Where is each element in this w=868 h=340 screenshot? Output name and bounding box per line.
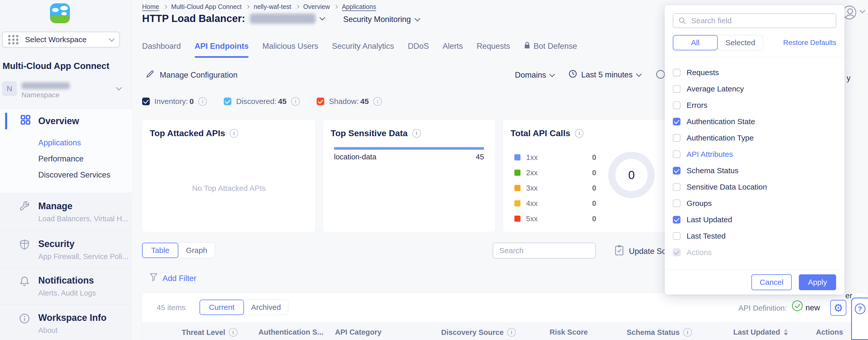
user-menu-chevron-icon[interactable] (860, 8, 865, 13)
info-icon[interactable]: i (229, 328, 238, 337)
info-icon[interactable]: i (229, 129, 238, 138)
current-tab[interactable]: Current (199, 300, 244, 315)
checkbox-checked-icon[interactable] (673, 118, 680, 125)
panel-field-label: Authentication Type (687, 134, 754, 142)
sidebar-item-performance[interactable]: Performance (38, 154, 84, 164)
panel-field-errors[interactable]: Errors (673, 97, 836, 113)
info-icon[interactable]: i (373, 97, 382, 106)
breadcrumb-item-overview[interactable]: Overview (303, 3, 330, 10)
checkbox-unchecked-icon[interactable] (673, 199, 680, 207)
column-header-actions[interactable]: Actions (816, 328, 843, 336)
tab-bot-defense[interactable]: Bot Defense (524, 41, 577, 58)
checkbox-checked-icon[interactable] (673, 167, 680, 174)
search-input[interactable] (493, 243, 596, 258)
info-icon[interactable]: i (575, 129, 584, 138)
breadcrumb-item-multi-cloud-app-connect[interactable]: Multi-Cloud App Connect (171, 3, 242, 10)
column-header-discovery-source[interactable]: Discovery Sourcei (441, 328, 516, 337)
refresh-icon[interactable] (656, 70, 665, 79)
view-mode-select[interactable]: Security Monitoring (343, 15, 420, 24)
checkbox-unchecked-icon[interactable] (673, 69, 680, 76)
sidebar-item-manage[interactable]: ManageLoad Balancers, Virtual H... (0, 193, 132, 231)
sidebar-item-subtitle: Load Balancers, Virtual H... (38, 215, 128, 223)
sidebar-item-security[interactable]: SecurityApp Firewall, Service Poli... (0, 231, 132, 267)
column-header-risk-score[interactable]: Risk Score (550, 328, 588, 336)
app-root: Select Workspace Multi-Cloud App Connect… (0, 0, 868, 340)
info-icon[interactable]: i (198, 97, 207, 106)
panel-field-average-latency[interactable]: Average Latency (673, 81, 836, 97)
column-header-schema-status[interactable]: Schema Statusi (627, 328, 692, 337)
selected-tab[interactable]: Selected (718, 35, 763, 50)
panel-field-groups[interactable]: Groups (673, 195, 836, 211)
sort-icon[interactable] (784, 329, 788, 335)
panel-field-requests[interactable]: Requests (673, 64, 836, 81)
info-icon[interactable]: i (683, 328, 692, 337)
namespace-label: Namespace (22, 91, 59, 99)
tab-malicious-users[interactable]: Malicious Users (262, 41, 318, 58)
info-icon[interactable]: i (412, 129, 421, 138)
select-workspace-button[interactable]: Select Workspace (2, 32, 120, 48)
title-chevron-icon[interactable] (319, 15, 325, 21)
user-avatar[interactable] (842, 6, 856, 20)
breadcrumb-item-home[interactable]: Home (142, 3, 159, 10)
cancel-button[interactable]: Cancel (751, 274, 792, 290)
all-tab[interactable]: All (673, 35, 718, 50)
add-filter-button[interactable]: Add Filter (149, 273, 196, 284)
panel-field-last-tested[interactable]: Last Tested (673, 228, 836, 244)
checkbox-unchecked-icon[interactable] (673, 134, 680, 142)
checkbox-unchecked-icon[interactable] (673, 85, 680, 93)
series-toggle-shadow[interactable]: Shadow:45i (317, 97, 382, 106)
column-header-threat-level[interactable]: Threat Leveli (182, 328, 238, 337)
checkbox-unchecked-icon[interactable] (673, 183, 680, 191)
manage-configuration-button[interactable]: Manage Configuration (146, 69, 238, 81)
tab-security-analytics[interactable]: Security Analytics (332, 41, 394, 58)
apply-button[interactable]: Apply (799, 274, 836, 290)
panel-field-authentication-type[interactable]: Authentication Type (673, 130, 836, 146)
panel-field-schema-status[interactable]: Schema Status (673, 163, 836, 179)
sidebar-item-discovered-services[interactable]: Discovered Services (38, 170, 111, 179)
help-tab[interactable]: ? Help (851, 298, 868, 340)
checkbox-checked-icon[interactable] (224, 97, 231, 105)
restore-defaults-link[interactable]: Restore Defaults (783, 38, 836, 47)
time-range-dropdown[interactable]: Last 5 minutes (568, 69, 641, 80)
archived-tab[interactable]: Archived (244, 300, 288, 315)
info-icon[interactable]: i (291, 97, 300, 106)
panel-field-actions[interactable]: Actions (673, 244, 836, 260)
tab-ddos[interactable]: DDoS (408, 41, 429, 58)
product-title: Multi-Cloud App Connect (3, 61, 130, 71)
sidebar-item-workspace-info[interactable]: Workspace InfoAbout (0, 305, 132, 340)
breadcrumb-item-nelly-waf-test[interactable]: nelly-waf-test (254, 3, 291, 10)
panel-field-api-attributes[interactable]: API Attributes (673, 146, 836, 163)
checkbox-checked-icon[interactable] (142, 97, 150, 105)
sidebar-item-overview[interactable]: Overview (38, 116, 79, 126)
breadcrumb-item-applications[interactable]: Applications (342, 3, 376, 10)
checkbox-unchecked-icon[interactable] (673, 102, 680, 109)
gear-icon[interactable]: ⚙ (830, 300, 846, 316)
tab-requests[interactable]: Requests (476, 41, 510, 58)
column-header-api-category[interactable]: API Category (335, 328, 381, 336)
sidebar-item-applications[interactable]: Applications (38, 138, 81, 147)
update-schema-button[interactable]: Update Sc (615, 245, 666, 258)
checkbox-checked-icon[interactable] (317, 97, 324, 105)
column-header-authentication-s[interactable]: Authentication S... (258, 328, 323, 336)
series-toggle-discovered[interactable]: Discovered:45i (224, 97, 300, 106)
sidebar-item-notifications[interactable]: NotificationsAlerts, Audit Logs (0, 267, 132, 305)
tab-api-endpoints[interactable]: API Endpoints (195, 41, 249, 58)
lock-icon (524, 41, 530, 51)
domains-dropdown[interactable]: Domains (515, 70, 554, 80)
checkbox-checked-icon[interactable] (673, 216, 680, 224)
info-icon[interactable]: i (507, 328, 516, 337)
field-search-input[interactable] (673, 13, 836, 28)
panel-field-sensitive-data-location[interactable]: Sensitive Data Location (673, 179, 836, 195)
tab-alerts[interactable]: Alerts (443, 41, 463, 58)
series-toggle-inventory[interactable]: Inventory:0i (142, 97, 207, 106)
panel-field-authentication-state[interactable]: Authentication State (673, 113, 836, 130)
graph-view-button[interactable]: Graph (178, 243, 215, 258)
tab-dashboard[interactable]: Dashboard (142, 41, 181, 58)
checkbox-unchecked-icon[interactable] (673, 232, 680, 240)
panel-field-last-updated[interactable]: Last Updated (673, 211, 836, 228)
checkbox-unchecked-icon[interactable] (673, 150, 680, 158)
column-header-last-updated[interactable]: Last Updated (733, 328, 788, 336)
table-view-button[interactable]: Table (142, 243, 178, 258)
sensitive-data-row[interactable]: location-data 45 (334, 153, 484, 161)
namespace-chevron-icon[interactable] (116, 85, 122, 91)
